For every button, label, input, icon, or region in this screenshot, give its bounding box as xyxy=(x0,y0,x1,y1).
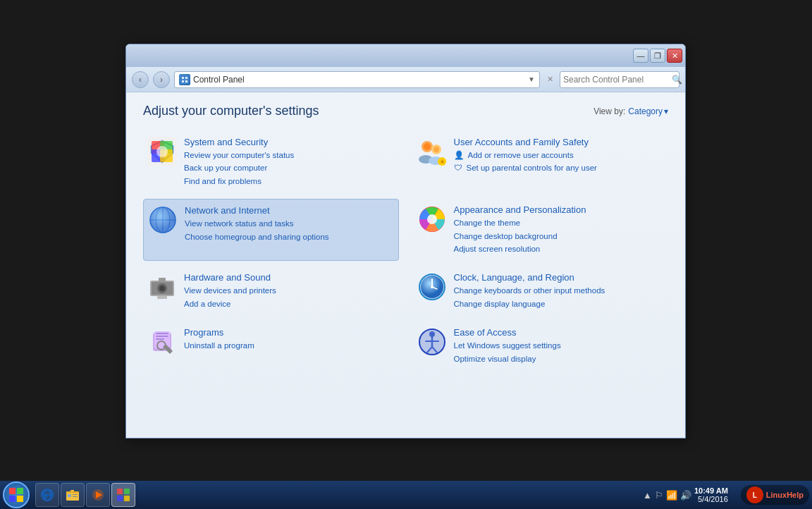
system-security-icon xyxy=(147,137,177,166)
address-dropdown[interactable]: ▼ xyxy=(528,75,535,83)
category-programs[interactable]: Programs Uninstall a program xyxy=(143,321,399,371)
svg-rect-65 xyxy=(66,491,79,493)
maximize-button[interactable]: ❐ xyxy=(650,49,665,63)
user-accounts-content: User Accounts and Family Safety 👤Add or … xyxy=(454,137,665,175)
user-accounts-icon: ★ xyxy=(417,137,447,166)
tray-network-icon[interactable]: 📶 xyxy=(666,490,677,501)
start-button[interactable] xyxy=(3,482,30,508)
svg-rect-67 xyxy=(73,494,78,495)
system-security-link-3[interactable]: Find and fix problems xyxy=(184,175,395,188)
programs-icon xyxy=(147,327,177,357)
hardware-sound-icon xyxy=(147,272,177,302)
search-bar[interactable]: 🔍 xyxy=(560,71,679,88)
user-accounts-title[interactable]: User Accounts and Family Safety xyxy=(454,137,665,147)
svg-rect-68 xyxy=(73,496,78,497)
system-security-title[interactable]: System and Security xyxy=(184,137,395,147)
view-by: View by: Category ▾ xyxy=(593,106,668,116)
taskbar-media[interactable] xyxy=(86,483,110,507)
appearance-link-3[interactable]: Adjust screen resolution xyxy=(454,243,665,255)
svg-rect-55 xyxy=(9,488,16,494)
hardware-sound-title[interactable]: Hardware and Sound xyxy=(184,272,395,283)
window-controls: — ❐ ✕ xyxy=(633,49,682,63)
taskbar-apps: e xyxy=(35,483,135,507)
category-ease-of-access[interactable]: Ease of Access Let Windows suggest setti… xyxy=(413,321,669,371)
category-network-internet[interactable]: Network and Internet View network status… xyxy=(143,199,399,261)
category-system-security[interactable]: System and Security Review your computer… xyxy=(143,131,399,193)
appearance-title[interactable]: Appearance and Personalization xyxy=(454,204,665,215)
ease-of-access-link-1[interactable]: Let Windows suggest settings xyxy=(454,339,665,352)
svg-text:★: ★ xyxy=(440,159,445,165)
hardware-sound-link-1[interactable]: View devices and printers xyxy=(184,284,395,297)
category-appearance[interactable]: Appearance and Personalization Change th… xyxy=(413,199,669,261)
taskbar-control-panel[interactable] xyxy=(111,483,135,507)
ease-of-access-link-2[interactable]: Optimize visual display xyxy=(454,352,665,365)
svg-point-28 xyxy=(427,214,437,224)
network-internet-link-1[interactable]: View network status and tasks xyxy=(185,217,394,230)
category-clock-language[interactable]: Clock, Language, and Region Change keybo… xyxy=(413,266,669,316)
programs-link-1[interactable]: Uninstall a program xyxy=(184,339,395,352)
user-accounts-link-2[interactable]: 🛡Set up parental controls for any user xyxy=(454,161,665,174)
network-internet-content: Network and Internet View network status… xyxy=(185,205,394,243)
back-button[interactable]: ‹ xyxy=(132,71,149,88)
linuxhelp-badge: L LinuxHelp xyxy=(741,485,809,505)
svg-rect-2 xyxy=(185,77,187,79)
view-by-label: View by: xyxy=(593,106,625,116)
taskbar-ie[interactable]: e xyxy=(35,483,59,507)
content-area: Adjust your computer's settings View by:… xyxy=(126,92,685,438)
svg-text:e: e xyxy=(44,493,48,499)
close-button[interactable]: ✕ xyxy=(667,49,682,63)
ease-of-access-title[interactable]: Ease of Access xyxy=(454,327,665,338)
system-security-link-2[interactable]: Back up your computer xyxy=(184,161,395,174)
tray-hide-icon[interactable]: ▲ xyxy=(643,490,652,501)
programs-title[interactable]: Programs xyxy=(184,327,395,338)
linuxhelp-text: LinuxHelp xyxy=(766,491,804,499)
taskbar-explorer[interactable] xyxy=(61,483,85,507)
address-icon xyxy=(179,74,190,85)
svg-point-16 xyxy=(433,147,439,152)
category-user-accounts[interactable]: ★ User Accounts and Family Safety 👤Add o… xyxy=(413,131,669,193)
clock[interactable]: 10:49 AM 5/4/2016 xyxy=(694,486,728,503)
address-bar[interactable]: Control Panel ▼ xyxy=(174,71,540,88)
svg-point-32 xyxy=(159,286,165,291)
clock-language-link-1[interactable]: Change keyboards or other input methods xyxy=(454,284,665,297)
forward-button[interactable]: › xyxy=(153,71,170,88)
ease-of-access-icon xyxy=(417,327,447,357)
clock-language-link-2[interactable]: Change display language xyxy=(454,298,665,310)
view-by-value[interactable]: Category ▾ xyxy=(628,106,668,116)
tray-volume-icon[interactable]: 🔊 xyxy=(680,490,691,501)
address-close-button[interactable]: ✕ xyxy=(544,74,555,85)
svg-rect-4 xyxy=(185,80,187,82)
categories-grid: System and Security Review your computer… xyxy=(143,131,668,371)
svg-rect-3 xyxy=(182,80,184,82)
address-text: Control Panel xyxy=(193,75,525,85)
hardware-sound-link-2[interactable]: Add a device xyxy=(184,298,395,310)
search-icon[interactable]: 🔍 xyxy=(672,75,682,85)
clock-language-content: Clock, Language, and Region Change keybo… xyxy=(454,272,665,310)
category-hardware-sound[interactable]: Hardware and Sound View devices and prin… xyxy=(143,266,399,316)
ease-of-access-content: Ease of Access Let Windows suggest setti… xyxy=(454,327,665,365)
minimize-button[interactable]: — xyxy=(633,49,648,63)
appearance-link-2[interactable]: Change desktop background xyxy=(454,230,665,243)
network-internet-title[interactable]: Network and Internet xyxy=(185,205,394,216)
search-input[interactable] xyxy=(563,75,669,85)
system-security-link-1[interactable]: Review your computer's status xyxy=(184,149,395,161)
svg-point-14 xyxy=(424,143,431,150)
svg-rect-1 xyxy=(182,77,184,79)
svg-rect-71 xyxy=(117,489,123,494)
svg-rect-72 xyxy=(124,489,130,494)
appearance-content: Appearance and Personalization Change th… xyxy=(454,204,665,255)
taskbar: e xyxy=(0,481,812,509)
svg-rect-44 xyxy=(156,333,168,334)
svg-rect-46 xyxy=(156,338,164,340)
clock-language-title[interactable]: Clock, Language, and Region xyxy=(454,272,665,283)
svg-rect-45 xyxy=(156,336,168,337)
network-internet-icon xyxy=(148,205,178,235)
svg-rect-34 xyxy=(157,296,167,299)
svg-point-12 xyxy=(156,146,168,157)
tray-flag-icon[interactable]: ⚐ xyxy=(655,490,663,501)
appearance-icon xyxy=(417,204,447,234)
network-internet-link-2[interactable]: Choose homegroup and sharing options xyxy=(185,231,394,243)
title-bar: — ❐ ✕ xyxy=(126,44,685,67)
appearance-link-1[interactable]: Change the theme xyxy=(454,216,665,229)
user-accounts-link-1[interactable]: 👤Add or remove user accounts xyxy=(454,149,665,161)
